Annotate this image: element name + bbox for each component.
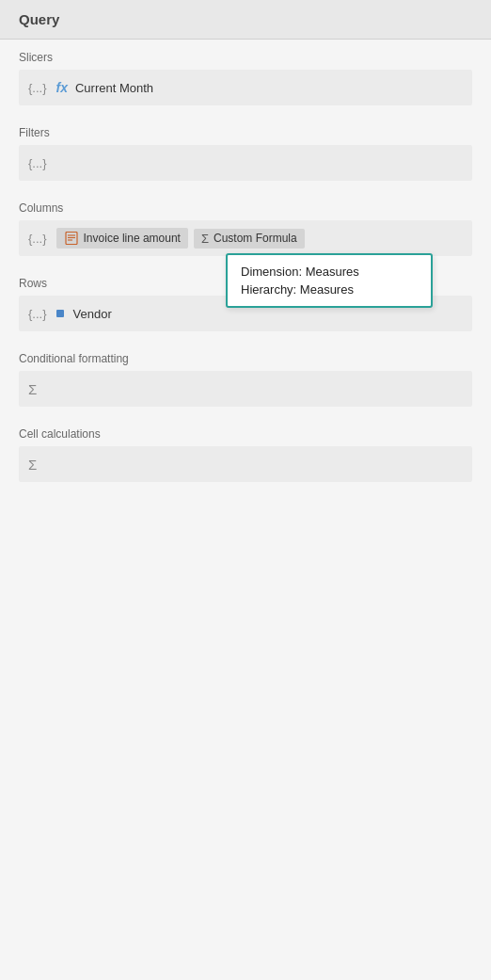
- rows-curly-icon: {...}: [28, 307, 47, 321]
- fx-icon: fx: [56, 80, 68, 95]
- cell-calculations-sigma-icon: Σ: [28, 457, 37, 473]
- slicers-label: Slicers: [19, 51, 472, 64]
- columns-curly-icon: {...}: [28, 232, 47, 246]
- cell-calculations-box[interactable]: Σ: [19, 446, 472, 482]
- custom-formula-tag[interactable]: Σ Custom Formula: [194, 229, 305, 249]
- filters-curly-icon: {...}: [28, 156, 47, 170]
- tooltip-hierarchy: Hierarchy: Measures: [241, 281, 418, 298]
- vendor-dot-icon: [56, 310, 64, 317]
- slicers-section: Slicers {...} fx Current Month: [0, 40, 491, 115]
- custom-formula-sigma-icon: Σ: [201, 232, 209, 246]
- query-panel: Query Slicers {...} fx Current Month Fil…: [0, 0, 491, 980]
- slicers-value: Current Month: [75, 81, 153, 95]
- filters-box[interactable]: {...}: [19, 145, 472, 181]
- columns-label: Columns: [19, 201, 472, 215]
- conditional-formatting-box[interactable]: Σ: [19, 371, 472, 407]
- columns-box[interactable]: {...} Invoice line amount Σ Custom Formu…: [19, 220, 472, 256]
- dimension-tooltip: Dimension: Measures Hierarchy: Measures: [226, 253, 433, 308]
- invoice-tag[interactable]: Invoice line amount: [56, 228, 188, 249]
- slicers-curly-icon: {...}: [28, 81, 47, 95]
- slicers-box[interactable]: {...} fx Current Month: [19, 70, 472, 105]
- filters-section: Filters {...}: [0, 115, 491, 190]
- cell-calculations-label: Cell calculations: [19, 427, 472, 441]
- columns-section: Columns {...} Invoice line amount Σ: [0, 190, 491, 265]
- panel-title: Query: [0, 0, 491, 40]
- conditional-formatting-sigma-icon: Σ: [28, 381, 37, 397]
- conditional-formatting-label: Conditional formatting: [19, 352, 472, 365]
- tooltip-dimension: Dimension: Measures: [241, 263, 418, 281]
- vendor-label: Vendor: [73, 307, 112, 321]
- conditional-formatting-section: Conditional formatting Σ: [0, 341, 491, 416]
- cell-calculations-section: Cell calculations Σ: [0, 416, 491, 491]
- invoice-label: Invoice line amount: [84, 232, 181, 245]
- invoice-icon: [64, 231, 79, 246]
- custom-formula-label: Custom Formula: [214, 232, 297, 245]
- filters-label: Filters: [19, 126, 472, 139]
